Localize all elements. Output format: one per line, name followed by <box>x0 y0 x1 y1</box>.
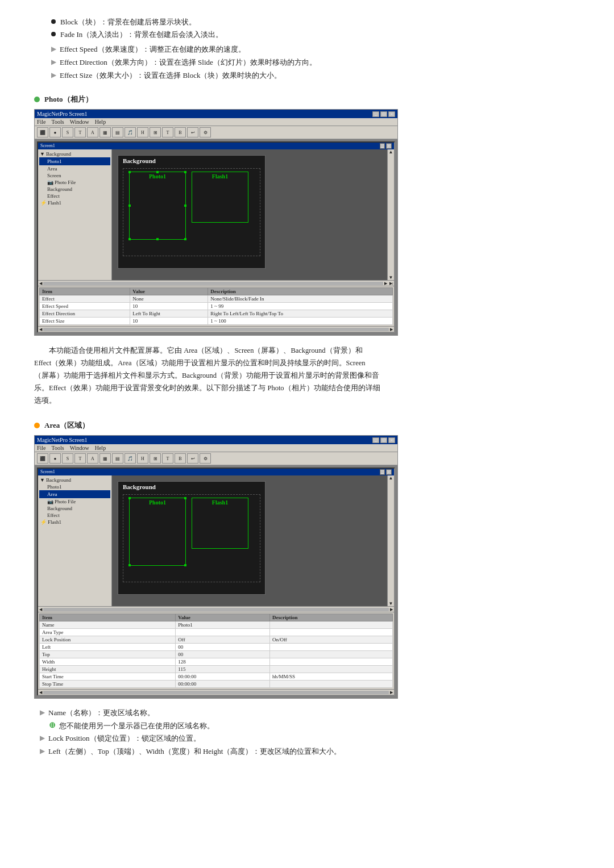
table-hscrollbar-1[interactable]: ◀ ▶ <box>38 326 394 332</box>
toolbar2-btn-10[interactable]: ⊞ <box>150 453 161 464</box>
toolbar2-btn-11[interactable]: T <box>162 453 173 464</box>
arrow-icon-dims: ▶ <box>40 747 45 756</box>
minimize-btn-2[interactable]: _ <box>372 437 379 443</box>
prop-dir-desc: Right To Left/Left To Right/Top To <box>208 310 393 318</box>
inner-min-2[interactable]: _ <box>380 469 385 475</box>
photo-icon-1: 📷 <box>47 180 53 185</box>
inner-win-1: Screen1 _ × ▼ Background Photo1 <box>37 141 395 333</box>
vscrollbar-2[interactable]: ▲ ▼ <box>387 475 394 606</box>
toolbar2-btn-5[interactable]: A <box>87 453 98 464</box>
tree-flash1-2: ⚡ Flash1 <box>39 519 110 525</box>
hscrollbar-1[interactable]: ◀ ▶ ▶| <box>38 280 394 286</box>
prop-effect-desc: None/Slide/Block/Fade In <box>208 295 393 303</box>
menu-tools-2[interactable]: Tools <box>52 445 64 451</box>
menu-tools-1[interactable]: Tools <box>52 119 64 125</box>
scroll-down-2[interactable]: ▼ <box>389 601 393 606</box>
prop-width-key: Width <box>40 658 176 666</box>
inner-close-2[interactable]: × <box>386 469 392 475</box>
table-scroll-right-1[interactable]: ▶ <box>390 327 393 332</box>
scroll-up-2[interactable]: ▲ <box>389 475 393 481</box>
minimize-btn-1[interactable]: _ <box>372 111 379 117</box>
toolbar2-btn-2[interactable]: ● <box>49 453 61 464</box>
hscroll-right-2[interactable]: ▶ <box>390 607 393 612</box>
toolbar2-btn-9[interactable]: H <box>137 453 148 464</box>
vscrollbar-1[interactable]: ▲ ▼ <box>387 149 394 280</box>
toolbar-btn-5[interactable]: A <box>87 127 98 137</box>
scroll-up-1[interactable]: ▲ <box>389 149 393 155</box>
hscrollbar-2[interactable]: ◀ ▶ <box>38 606 394 612</box>
tree-selected-1[interactable]: Photo1 <box>39 157 110 165</box>
win-toolbar-2: ⬛ ● S T A ▦ ▤ 🎵 H ⊞ T B ↩ ⚙ <box>35 452 397 465</box>
scroll-down-1[interactable]: ▼ <box>389 275 393 280</box>
table-scroll-right-2[interactable]: ▶ <box>390 690 393 695</box>
hscroll-track-1 <box>43 282 383 285</box>
tree-area-1: Area <box>39 165 110 172</box>
notes-section: ▶ Name（名称）：更改区域名称。 ⊕ 您不能使用另一个显示器已在使用的区域名… <box>34 708 580 757</box>
toolbar-btn-4[interactable]: T <box>74 127 86 137</box>
table-scroll-left-2[interactable]: ◀ <box>39 690 42 695</box>
toolbar2-btn-14[interactable]: ⚙ <box>200 453 211 464</box>
prop-size-value: 10 <box>130 318 208 325</box>
lock-position-bold: Lock Position <box>48 734 90 742</box>
desc-line-5: 选项。 <box>34 395 580 407</box>
inner-win-2: Screen1 _ × ▼ Background Photo1 <box>37 468 395 696</box>
note-name-text: Name（名称）：更改区域名称。 <box>48 708 155 718</box>
toolbar-btn-12[interactable]: B <box>175 127 186 137</box>
prop-row-top-2: Top 00 <box>40 651 393 658</box>
toolbar-btn-11[interactable]: T <box>162 127 173 137</box>
fadein-bullet: Fade In（淡入淡出）：背景在创建后会淡入淡出。 <box>45 30 580 40</box>
hscroll-right-1[interactable]: ▶ <box>384 281 387 286</box>
menu-window-2[interactable]: Window <box>70 445 89 451</box>
toolbar-btn-2[interactable]: ● <box>49 127 61 137</box>
toolbar-btn-3[interactable]: S <box>62 127 73 137</box>
toolbar-btn-10[interactable]: ⊞ <box>150 127 161 137</box>
corner-mb-1 <box>156 238 159 240</box>
toolbar2-btn-1[interactable]: ⬛ <box>37 453 48 464</box>
menu-help-1[interactable]: Help <box>95 119 106 125</box>
inner-win-btns-2: _ × <box>380 469 392 475</box>
table-hscrollbar-2[interactable]: ◀ ▶ <box>38 689 394 695</box>
menu-file-1[interactable]: File <box>37 119 46 125</box>
desc-line-4: 乐。Effect（效果）功能用于设置背景变化时的效果。以下部分描述了与 Phot… <box>34 382 580 395</box>
inner-close-1[interactable]: × <box>386 143 392 149</box>
toolbar-btn-1[interactable]: ⬛ <box>37 127 48 137</box>
menu-help-2[interactable]: Help <box>95 445 106 451</box>
table-scroll-left-1[interactable]: ◀ <box>39 327 42 332</box>
toolbar-btn-13[interactable]: ↩ <box>187 127 198 137</box>
hscroll-left-2[interactable]: ◀ <box>39 607 42 612</box>
toolbar2-btn-13[interactable]: ↩ <box>187 453 198 464</box>
bg-label-2: Background <box>118 482 265 492</box>
maximize-btn-1[interactable]: □ <box>380 111 387 117</box>
photofile-label-2: Photo File <box>55 499 76 504</box>
toolbar-btn-14[interactable]: ⚙ <box>200 127 211 137</box>
toolbar2-btn-3[interactable]: S <box>62 453 73 464</box>
hscroll-left-1[interactable]: ◀ <box>39 281 42 286</box>
close-btn-2[interactable]: × <box>388 437 395 443</box>
toolbar2-btn-6[interactable]: ▦ <box>99 453 111 464</box>
menu-window-1[interactable]: Window <box>70 119 89 125</box>
inner-min-1[interactable]: _ <box>380 143 385 149</box>
hscroll-end-1[interactable]: ▶| <box>389 281 393 286</box>
arrow-icon-3: ▶ <box>51 71 56 80</box>
win-menubar-2: File Tools Window Help <box>35 444 397 452</box>
desc-text-1-a <box>34 345 49 357</box>
block-label: Block（块）：背景在创建后将显示块状。 <box>60 17 196 27</box>
prop-starttime-key: Start Time <box>40 673 176 681</box>
toolbar2-btn-4[interactable]: T <box>74 453 86 464</box>
maximize-btn-2[interactable]: □ <box>380 437 387 443</box>
prop-lockpos-key: Lock Position <box>40 636 176 644</box>
toolbar2-btn-8[interactable]: 🎵 <box>125 453 136 464</box>
prop-width-val: 128 <box>176 658 270 666</box>
toolbar2-btn-12[interactable]: B <box>175 453 186 464</box>
corner-ml-1 <box>128 205 131 207</box>
close-btn-1[interactable]: × <box>388 111 395 117</box>
menu-file-2[interactable]: File <box>37 445 46 451</box>
toolbar-btn-6[interactable]: ▦ <box>99 127 111 137</box>
tree-selected-2[interactable]: Area <box>39 490 110 498</box>
toolbar-btn-8[interactable]: 🎵 <box>125 127 136 137</box>
toolbar2-btn-7[interactable]: ▤ <box>112 453 123 464</box>
toolbar-btn-9[interactable]: H <box>137 127 148 137</box>
toolbar-btn-7[interactable]: ▤ <box>112 127 123 137</box>
tree-item-label-2: Background <box>46 477 71 483</box>
tree-effect-2: Effect <box>39 512 110 519</box>
